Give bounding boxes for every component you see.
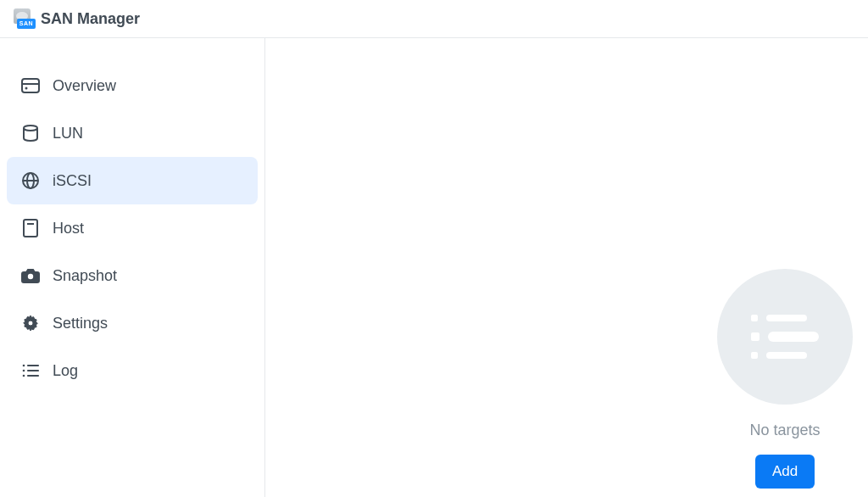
svg-point-9 [28, 274, 33, 279]
main-content: No targets Add [265, 38, 868, 497]
host-icon [19, 218, 42, 238]
app-header: SAN SAN Manager [0, 0, 868, 38]
gear-icon [19, 313, 42, 333]
app-title: SAN Manager [41, 10, 140, 28]
globe-icon [19, 170, 42, 191]
sidebar-item-label: LUN [53, 125, 83, 142]
sidebar-item-snapshot[interactable]: Snapshot [7, 252, 258, 299]
cylinder-icon [19, 123, 42, 143]
sidebar-item-label: Snapshot [53, 267, 117, 285]
svg-rect-7 [24, 220, 37, 237]
sidebar-item-label: Overview [53, 77, 116, 95]
svg-point-15 [23, 375, 25, 377]
svg-point-13 [23, 370, 25, 372]
app-icon-badge: SAN [17, 19, 36, 29]
add-button[interactable]: Add [755, 455, 815, 489]
app-icon: SAN [12, 8, 32, 29]
sidebar-item-overview[interactable]: Overview [7, 62, 258, 109]
list-icon [19, 360, 42, 381]
svg-point-2 [25, 87, 28, 90]
sidebar-item-iscsi[interactable]: iSCSI [7, 157, 258, 204]
empty-state: No targets Add [717, 269, 853, 489]
empty-state-text: No targets [749, 422, 820, 439]
svg-point-10 [28, 321, 33, 326]
camera-icon [19, 265, 42, 286]
svg-rect-0 [22, 79, 39, 92]
sidebar-item-label: iSCSI [53, 172, 92, 190]
svg-point-3 [24, 126, 37, 131]
sidebar-item-log[interactable]: Log [7, 347, 258, 394]
sidebar-item-lun[interactable]: LUN [7, 109, 258, 157]
sidebar-item-label: Log [53, 362, 78, 380]
sidebar-item-label: Settings [53, 315, 108, 332]
sidebar-item-label: Host [53, 220, 84, 237]
sidebar: Overview LUN iSCSI [0, 38, 265, 497]
empty-list-icon [717, 269, 853, 405]
sidebar-item-settings[interactable]: Settings [7, 299, 258, 347]
svg-point-11 [23, 365, 25, 367]
dashboard-icon [19, 75, 42, 96]
sidebar-item-host[interactable]: Host [7, 204, 258, 252]
